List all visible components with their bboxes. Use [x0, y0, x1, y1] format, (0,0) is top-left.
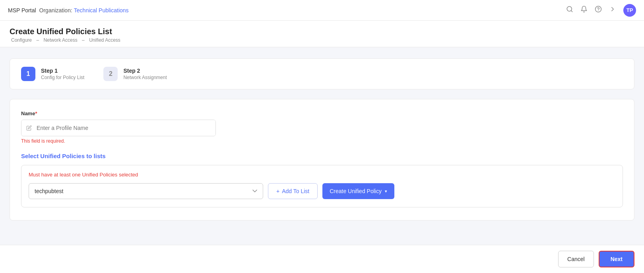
main-content: 1 Step 1 Config for Policy List 2 Step 2…: [0, 47, 644, 232]
name-label: Name*: [21, 110, 623, 116]
create-policy-label: Create Unified Policy: [330, 188, 382, 194]
search-icon[interactable]: [566, 6, 573, 15]
form-card: Name* This field is required. Select Uni…: [10, 99, 634, 221]
cancel-button[interactable]: Cancel: [558, 251, 594, 267]
breadcrumb-configure[interactable]: Configure: [11, 37, 32, 43]
breadcrumb: Configure – Network Access – Unified Acc…: [10, 37, 634, 43]
bottom-bar: Cancel Next: [0, 245, 644, 273]
pencil-icon: [21, 120, 37, 136]
breadcrumb-unified-access[interactable]: Unified Access: [89, 37, 120, 43]
svg-line-1: [571, 10, 572, 12]
step-1-label: Step 1: [41, 68, 84, 74]
plus-icon: +: [276, 188, 279, 194]
page-title: Create Unified Policies List: [10, 27, 634, 36]
policies-error: Must have at least one Unified Policies …: [29, 172, 615, 178]
help-icon[interactable]: [595, 6, 602, 15]
bell-icon[interactable]: [580, 6, 588, 15]
org-name[interactable]: Technical Publications: [74, 7, 129, 14]
step-1-info: Step 1 Config for Policy List: [41, 68, 84, 80]
org-label: Organization:: [39, 7, 72, 14]
avatar[interactable]: TP: [623, 4, 636, 17]
name-input[interactable]: [37, 120, 215, 136]
page-header: Create Unified Policies List Configure –…: [0, 21, 644, 47]
add-to-list-button[interactable]: + Add To List: [268, 183, 318, 199]
step-1-badge: 1: [21, 67, 35, 81]
create-unified-policy-button[interactable]: Create Unified Policy ▾: [322, 183, 394, 199]
topnav-right: TP: [566, 4, 636, 17]
step-2-sublabel: Network Assignment: [123, 75, 167, 80]
policies-controls: techpubtest + Add To List Create Unified…: [29, 183, 615, 199]
step-2-badge: 2: [103, 67, 118, 81]
add-to-list-label: Add To List: [282, 188, 309, 194]
step-1-sublabel: Config for Policy List: [41, 75, 84, 80]
policies-box: Must have at least one Unified Policies …: [21, 165, 623, 207]
select-policies-heading: Select Unified Policies to lists: [21, 153, 623, 159]
topnav: MSP Portal Organization: Technical Publi…: [0, 0, 644, 21]
policies-dropdown[interactable]: techpubtest: [29, 183, 263, 199]
menu-icon[interactable]: [609, 6, 616, 15]
breadcrumb-network-access[interactable]: Network Access: [43, 37, 77, 43]
chevron-down-icon: ▾: [385, 189, 387, 194]
name-input-wrapper: [21, 120, 216, 136]
next-button[interactable]: Next: [599, 251, 634, 267]
name-error: This field is required.: [21, 138, 623, 144]
step-1: 1 Step 1 Config for Policy List: [21, 67, 84, 81]
step-2-label: Step 2: [123, 68, 167, 74]
step-2-info: Step 2 Network Assignment: [123, 68, 167, 80]
step-2: 2 Step 2 Network Assignment: [103, 67, 167, 81]
brand-label: MSP Portal: [8, 7, 36, 14]
steps-container: 1 Step 1 Config for Policy List 2 Step 2…: [10, 58, 634, 89]
